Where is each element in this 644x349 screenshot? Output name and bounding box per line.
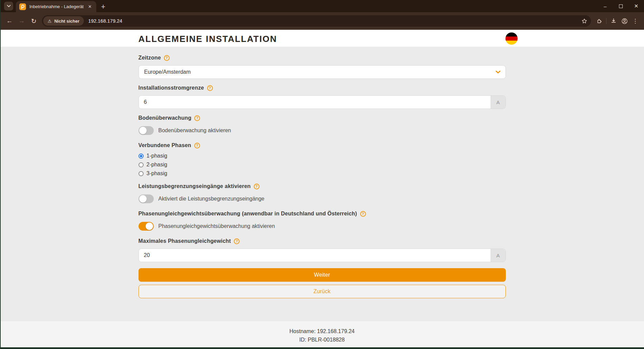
help-icon[interactable]: ? xyxy=(234,238,240,244)
toggle-knob xyxy=(139,195,147,203)
help-icon[interactable]: ? xyxy=(360,211,366,217)
field-installationsstromgrenze: Installationsstromgrenze ? A xyxy=(139,85,506,109)
window-bottom-edge xyxy=(0,347,644,349)
leistungsbegrenzung-label: Leistungsbegrenzungseingänge aktivieren … xyxy=(139,183,506,189)
window-edge xyxy=(0,0,1,349)
back-button[interactable]: ← xyxy=(4,15,15,27)
form-area: Zeitzone ? Europe/Amsterdam Installation… xyxy=(0,47,644,321)
radio-dot xyxy=(140,155,142,157)
browser-tab[interactable]: Inbetriebnahme - Ladegerät ✕ xyxy=(16,1,96,12)
profile-button[interactable] xyxy=(619,16,630,26)
radio-icon[interactable] xyxy=(139,171,144,176)
extensions-button[interactable] xyxy=(594,16,604,26)
page-header: ALLGEMEINE INSTALLATION xyxy=(0,30,644,47)
bodenueberwachung-toggle-caption: Bodenüberwachung aktivieren xyxy=(158,127,231,134)
zurueck-button[interactable]: Zurück xyxy=(139,285,506,298)
radio-label: 1-phasig xyxy=(147,153,167,159)
reload-button[interactable]: ↻ xyxy=(28,15,40,27)
field-verbundene-phasen: Verbundene Phasen ? 1-phasig 2-phasig 3-… xyxy=(139,142,506,177)
tab-close-icon[interactable]: ✕ xyxy=(87,4,93,10)
tab-title: Inbetriebnahme - Ladegerät xyxy=(29,4,84,9)
radio-option-2-phasig[interactable]: 2-phasig xyxy=(139,162,506,168)
browser-tab-bar: Inbetriebnahme - Ladegerät ✕ + – ✕ xyxy=(0,0,644,12)
ampere-unit-suffix: A xyxy=(491,249,505,262)
minimize-button[interactable]: – xyxy=(597,0,613,12)
zeitzone-select[interactable]: Europe/Amsterdam xyxy=(139,65,506,79)
field-bodenueberwachung: Bodenüberwachung ? Bodenüberwachung akti… xyxy=(139,115,506,135)
ampere-unit-suffix: A xyxy=(491,96,505,109)
warning-icon: ⚠ xyxy=(48,19,52,24)
site-favicon-icon xyxy=(19,3,26,10)
tab-search-button[interactable] xyxy=(4,2,13,10)
weiter-button[interactable]: Weiter xyxy=(139,268,506,282)
bookmark-star-button[interactable] xyxy=(579,16,589,26)
toolbar-divider xyxy=(606,18,606,24)
page-footer: Hostname: 192.168.179.24 ID: PBLR-001882… xyxy=(0,321,644,347)
bodenueberwachung-toggle[interactable] xyxy=(139,126,154,135)
help-icon[interactable]: ? xyxy=(207,85,213,91)
security-warning-chip[interactable]: ⚠ Nicht sicher xyxy=(43,16,84,26)
phasenungleichgewicht-toggle-row: Phasenungleichgewichtsüberwachung aktivi… xyxy=(139,222,506,231)
leistungsbegrenzung-toggle-caption: Aktiviert die Leistungsbegrenzungseingän… xyxy=(158,196,265,202)
chevron-down-icon xyxy=(495,70,501,74)
browser-toolbar: ← → ↻ ⚠ Nicht sicher 192.168.179.24 ⋮ xyxy=(0,12,644,30)
verbundene-phasen-radio-group: 1-phasig 2-phasig 3-phasig xyxy=(139,153,506,177)
field-zeitzone: Zeitzone ? Europe/Amsterdam xyxy=(139,55,506,79)
zeitzone-selected-value: Europe/Amsterdam xyxy=(144,69,191,75)
toggle-knob xyxy=(139,127,147,134)
forward-button[interactable]: → xyxy=(16,15,27,27)
page-title: ALLGEMEINE INSTALLATION xyxy=(139,30,506,44)
hostname-text: Hostname: 192.168.179.24 xyxy=(0,327,644,335)
device-id-text: ID: PBLR-0018828 xyxy=(0,335,644,344)
address-bar[interactable]: ⚠ Nicht sicher 192.168.179.24 xyxy=(42,15,591,27)
security-warning-label: Nicht sicher xyxy=(54,19,79,24)
german-flag-language-icon[interactable] xyxy=(505,32,518,45)
installationsstromgrenze-label: Installationsstromgrenze ? xyxy=(139,85,506,91)
help-icon[interactable]: ? xyxy=(194,115,200,121)
max-phasenungleichgewicht-label: Maximales Phasenungleichgewicht ? xyxy=(139,238,506,244)
leistungsbegrenzung-toggle-row: Aktiviert die Leistungsbegrenzungseingän… xyxy=(139,194,506,203)
verbundene-phasen-label: Verbundene Phasen ? xyxy=(139,142,506,148)
radio-option-1-phasig[interactable]: 1-phasig xyxy=(139,153,506,159)
max-phasenungleichgewicht-input-group: A xyxy=(139,249,506,262)
star-icon xyxy=(581,18,588,24)
browser-menu-button[interactable]: ⋮ xyxy=(630,16,641,26)
bodenueberwachung-toggle-row: Bodenüberwachung aktivieren xyxy=(139,126,506,135)
leistungsbegrenzung-toggle[interactable] xyxy=(139,194,154,203)
url-text: 192.168.179.24 xyxy=(88,18,579,24)
radio-icon[interactable] xyxy=(139,154,144,159)
phasenungleichgewicht-toggle[interactable] xyxy=(139,222,154,231)
radio-dot xyxy=(140,164,142,166)
phasenungleichgewicht-label: Phasenungleichgewichtsüberwachung (anwen… xyxy=(139,211,506,217)
field-max-phasenungleichgewicht: Maximales Phasenungleichgewicht ? A xyxy=(139,238,506,262)
radio-label: 3-phasig xyxy=(147,170,167,177)
chevron-down-icon xyxy=(7,5,11,7)
toggle-knob xyxy=(146,223,153,230)
bodenueberwachung-label: Bodenüberwachung ? xyxy=(139,115,506,121)
profile-icon xyxy=(621,18,628,25)
download-icon xyxy=(610,18,617,24)
downloads-button[interactable] xyxy=(608,16,619,26)
help-icon[interactable]: ? xyxy=(194,143,200,148)
radio-option-3-phasig[interactable]: 3-phasig xyxy=(139,170,506,177)
radio-icon[interactable] xyxy=(139,162,144,167)
maximize-button[interactable] xyxy=(613,0,628,12)
radio-dot xyxy=(140,172,142,175)
field-leistungsbegrenzung: Leistungsbegrenzungseingänge aktivieren … xyxy=(139,183,506,203)
radio-label: 2-phasig xyxy=(147,162,167,168)
new-tab-button[interactable]: + xyxy=(101,3,105,10)
window-controls: – ✕ xyxy=(597,0,644,12)
help-icon[interactable]: ? xyxy=(254,184,259,189)
zeitzone-label: Zeitzone ? xyxy=(139,55,506,61)
puzzle-icon xyxy=(596,18,602,24)
installationsstromgrenze-input-group: A xyxy=(139,95,506,109)
maximize-icon xyxy=(619,4,623,8)
phasenungleichgewicht-toggle-caption: Phasenungleichgewichtsüberwachung aktivi… xyxy=(158,223,275,229)
help-icon[interactable]: ? xyxy=(164,55,170,61)
field-phasenungleichgewicht: Phasenungleichgewichtsüberwachung (anwen… xyxy=(139,211,506,231)
max-phasenungleichgewicht-input[interactable] xyxy=(139,249,491,262)
close-window-button[interactable]: ✕ xyxy=(628,0,644,12)
installationsstromgrenze-input[interactable] xyxy=(139,96,491,109)
